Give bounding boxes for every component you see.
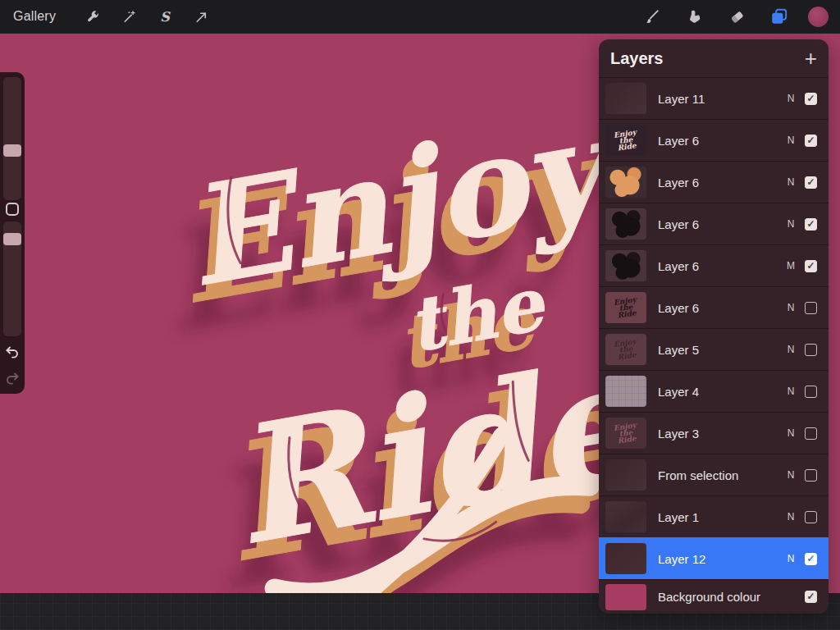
modify-button[interactable]: [6, 203, 19, 216]
blend-mode-badge[interactable]: N: [783, 427, 798, 439]
blend-mode-badge[interactable]: N: [783, 344, 798, 355]
adjustments-icon[interactable]: [115, 2, 143, 30]
layer-thumbnail-art: [612, 595, 640, 599]
layer-visibility-checkbox[interactable]: [805, 591, 817, 603]
brush-size-handle[interactable]: [3, 144, 21, 157]
undo-button[interactable]: [3, 343, 21, 364]
layer-row[interactable]: Layer 6 N: [599, 161, 829, 203]
layer-visibility-checkbox[interactable]: [805, 511, 817, 523]
layer-thumbnail[interactable]: [605, 167, 646, 198]
eraser-icon[interactable]: [723, 2, 751, 30]
blend-mode-badge[interactable]: N: [783, 176, 798, 188]
layer-row[interactable]: Enjoy the Ride Layer 6 N: [599, 286, 829, 328]
blend-mode-badge[interactable]: N: [783, 386, 798, 397]
layer-name: Layer 12: [658, 552, 783, 566]
layer-thumbnail-art: [612, 473, 640, 477]
layer-thumbnail-art: Enjoy the Ride: [610, 338, 641, 361]
layer-thumbnail[interactable]: [605, 459, 646, 491]
blend-mode-badge[interactable]: N: [783, 302, 798, 313]
blend-mode-badge[interactable]: N: [783, 469, 798, 481]
layer-thumbnail[interactable]: [605, 501, 646, 532]
layers-panel-header: Layers +: [599, 39, 829, 77]
layer-name: Layer 3: [658, 427, 783, 441]
layers-panel: Layers + Layer 11 N Enjoy the Ride Layer…: [599, 39, 829, 614]
layer-name: Layer 6: [658, 134, 783, 148]
layer-row[interactable]: Layer 11 N: [599, 77, 829, 119]
layer-name: Layer 11: [658, 92, 783, 106]
layer-name: Layer 6: [658, 301, 783, 315]
layer-visibility-checkbox[interactable]: [805, 135, 817, 147]
top-toolbar: Gallery S: [0, 0, 840, 33]
redo-button[interactable]: [3, 369, 21, 390]
right-tool-group: [637, 0, 829, 33]
selection-icon[interactable]: S: [151, 2, 179, 30]
layer-visibility-checkbox[interactable]: [805, 344, 817, 356]
layer-thumbnail[interactable]: [605, 83, 646, 114]
layer-thumbnail[interactable]: Enjoy the Ride: [605, 418, 646, 449]
brush-size-slider[interactable]: [3, 77, 21, 200]
layer-visibility-checkbox[interactable]: [805, 469, 817, 482]
layer-row[interactable]: Layer 4 N: [599, 370, 829, 412]
undo-icon: [3, 343, 21, 361]
layer-row[interactable]: Layer 12 N: [599, 537, 829, 579]
add-layer-button[interactable]: +: [805, 48, 817, 69]
layer-list: Layer 11 N Enjoy the Ride Layer 6 N Laye…: [599, 77, 829, 614]
left-tool-group: S: [79, 2, 215, 30]
wrench-icon[interactable]: [79, 2, 107, 30]
layer-thumbnail[interactable]: [605, 376, 646, 407]
selection-glyph: S: [160, 9, 170, 25]
blend-mode-badge[interactable]: N: [783, 511, 798, 523]
layer-row[interactable]: From selection N: [599, 454, 829, 495]
layer-name: Layer 1: [658, 510, 783, 524]
opacity-handle[interactable]: [3, 233, 21, 245]
layer-row[interactable]: Enjoy the Ride Layer 5 N: [599, 328, 829, 370]
layer-row[interactable]: Layer 6 M: [599, 244, 829, 286]
layer-name: Background colour: [658, 590, 783, 604]
layer-thumbnail[interactable]: [605, 208, 646, 240]
layer-row[interactable]: Background colour: [599, 579, 829, 614]
layer-thumbnail[interactable]: Enjoy the Ride: [605, 334, 646, 365]
layer-visibility-checkbox[interactable]: [805, 93, 817, 105]
layer-name: Layer 6: [658, 176, 783, 189]
blend-mode-badge[interactable]: N: [783, 135, 798, 146]
blend-mode-badge[interactable]: N: [783, 218, 798, 230]
layer-visibility-checkbox[interactable]: [805, 260, 817, 272]
layers-icon[interactable]: [765, 2, 793, 30]
layer-row[interactable]: Layer 1 N: [599, 495, 829, 537]
layer-thumbnail-art: [612, 180, 640, 185]
layer-name: From selection: [658, 468, 783, 482]
layers-panel-title: Layers: [610, 49, 664, 68]
side-toolbar: [0, 72, 25, 394]
blend-mode-badge[interactable]: N: [783, 553, 798, 564]
layer-thumbnail-art: Enjoy the Ride: [610, 422, 641, 445]
transform-icon[interactable]: [187, 2, 215, 30]
layer-thumbnail[interactable]: [605, 543, 646, 574]
blend-mode-badge[interactable]: M: [783, 260, 798, 272]
blend-mode-badge[interactable]: N: [783, 93, 798, 104]
layer-thumbnail-art: Enjoy the Ride: [610, 129, 641, 152]
layer-thumbnail-art: [612, 222, 640, 226]
layer-name: Layer 6: [658, 217, 783, 231]
layer-visibility-checkbox[interactable]: [805, 302, 817, 314]
layer-row[interactable]: Layer 6 N: [599, 203, 829, 244]
layer-thumbnail-art: Enjoy the Ride: [610, 296, 641, 319]
redo-icon: [3, 369, 21, 387]
layer-visibility-checkbox[interactable]: [805, 553, 817, 565]
layer-thumbnail[interactable]: Enjoy the Ride: [605, 125, 646, 156]
layer-visibility-checkbox[interactable]: [805, 386, 817, 398]
layer-thumbnail[interactable]: [605, 584, 646, 610]
layer-name: Layer 6: [658, 259, 783, 273]
layer-visibility-checkbox[interactable]: [805, 218, 817, 231]
layer-row[interactable]: Enjoy the Ride Layer 6 N: [599, 119, 829, 161]
layer-thumbnail[interactable]: Enjoy the Ride: [605, 292, 646, 323]
layer-thumbnail-art: [612, 515, 640, 519]
layer-visibility-checkbox[interactable]: [805, 427, 817, 440]
layer-visibility-checkbox[interactable]: [805, 176, 817, 189]
gallery-button[interactable]: Gallery: [13, 9, 56, 24]
smudge-icon[interactable]: [680, 2, 708, 30]
layer-name: Layer 5: [658, 343, 783, 357]
brush-icon[interactable]: [637, 2, 665, 30]
layer-thumbnail[interactable]: [605, 250, 646, 281]
color-swatch[interactable]: [808, 7, 829, 27]
layer-row[interactable]: Enjoy the Ride Layer 3 N: [599, 412, 829, 454]
